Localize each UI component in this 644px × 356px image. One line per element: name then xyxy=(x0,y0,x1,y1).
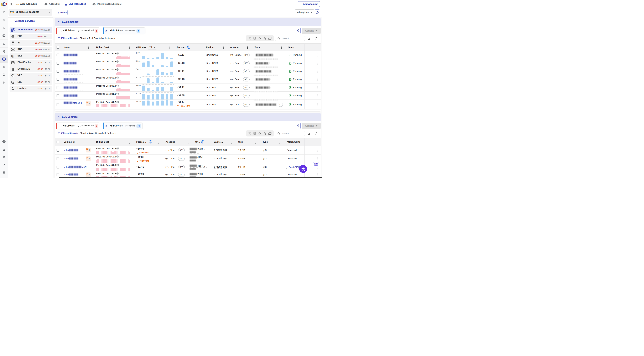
svg-text:aws: aws xyxy=(230,87,233,88)
svg-text:?: ? xyxy=(202,141,203,143)
svg-text:aws: aws xyxy=(230,78,233,80)
svg-text:aws: aws xyxy=(230,54,233,56)
svg-text:aws: aws xyxy=(166,149,168,151)
svg-text:K: K xyxy=(12,55,14,57)
svg-text:aws: aws xyxy=(230,104,233,105)
svg-text:aws: aws xyxy=(166,174,168,175)
svg-text:aws: aws xyxy=(230,95,233,96)
svg-text:?: ? xyxy=(188,46,189,48)
svg-text:aws: aws xyxy=(10,10,14,12)
svg-text:aws: aws xyxy=(166,158,168,159)
svg-text:aws: aws xyxy=(230,70,233,72)
svg-text:?: ? xyxy=(150,141,151,143)
svg-text:aws: aws xyxy=(166,166,168,168)
svg-text:aws: aws xyxy=(230,62,233,64)
svg-text:aws: aws xyxy=(16,3,18,5)
